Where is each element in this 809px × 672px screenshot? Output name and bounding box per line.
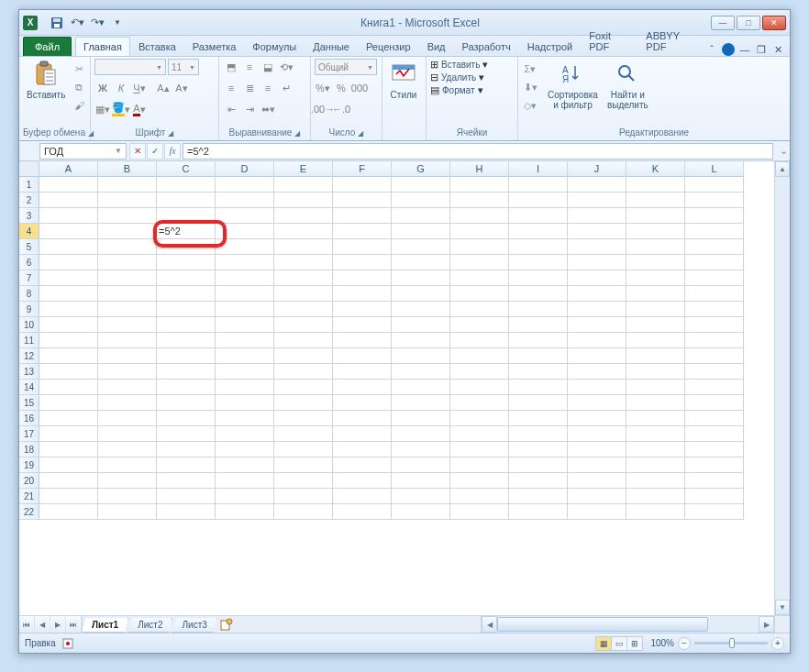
font-dialog-icon[interactable]: ◢ [168, 129, 173, 138]
cell[interactable] [392, 380, 450, 395]
workbook-restore-icon[interactable]: ❐ [755, 43, 768, 56]
zoom-out-button[interactable]: − [678, 637, 691, 650]
cell[interactable] [626, 473, 685, 489]
cell[interactable] [39, 193, 98, 208]
cell[interactable] [274, 473, 333, 489]
cell[interactable] [568, 286, 626, 302]
row-header[interactable]: 15 [19, 395, 39, 411]
cell[interactable] [509, 193, 568, 208]
cell[interactable] [333, 380, 392, 395]
row-header[interactable]: 14 [19, 380, 39, 395]
cell[interactable] [626, 286, 685, 302]
cell[interactable] [685, 442, 744, 457]
tab-home[interactable]: Главная [75, 37, 130, 56]
cell[interactable] [392, 364, 450, 380]
macro-record-icon[interactable] [61, 637, 74, 650]
cell[interactable] [392, 457, 450, 473]
cell[interactable] [450, 348, 509, 364]
paste-button[interactable]: Вставить [23, 59, 69, 102]
cell[interactable] [568, 457, 626, 473]
cell[interactable] [450, 177, 509, 193]
cell[interactable] [392, 239, 450, 255]
formula-input[interactable]: =5^2 [183, 143, 773, 160]
align-middle-button[interactable]: ≡ [241, 59, 258, 75]
cell[interactable] [274, 333, 333, 348]
orientation-button[interactable]: ⟲▾ [278, 59, 294, 75]
help-icon[interactable]: ? [722, 43, 735, 56]
tab-addins[interactable]: Надстрой [519, 37, 581, 56]
tab-formulas[interactable]: Формулы [244, 37, 305, 56]
tab-abbyy[interactable]: ABBYY PDF [637, 26, 705, 56]
cell[interactable] [626, 302, 685, 317]
number-format-combo[interactable]: Общий▼ [315, 59, 377, 75]
cell[interactable] [685, 457, 744, 473]
cell[interactable] [392, 177, 450, 193]
italic-button[interactable]: К [113, 80, 129, 96]
zoom-in-button[interactable]: + [771, 637, 784, 650]
zoom-value[interactable]: 100% [650, 638, 674, 648]
delete-cells-button[interactable]: ⊟Удалить ▾ [430, 72, 484, 83]
cell[interactable] [568, 177, 626, 193]
cell[interactable] [157, 395, 216, 411]
cell[interactable] [450, 270, 509, 286]
cell[interactable] [450, 239, 509, 255]
cell[interactable] [39, 380, 98, 395]
zoom-slider-knob[interactable] [729, 638, 735, 648]
tab-developer[interactable]: Разработч [454, 37, 519, 56]
maximize-button[interactable]: □ [737, 16, 760, 30]
cell[interactable] [568, 442, 626, 457]
cell[interactable] [685, 504, 744, 520]
autosum-button[interactable]: Σ▾ [522, 61, 538, 77]
cell[interactable] [392, 504, 450, 520]
cell[interactable] [39, 395, 98, 411]
borders-button[interactable]: ▦▾ [94, 101, 111, 117]
sheet-tab-3[interactable]: Лист3 [172, 618, 216, 633]
cell[interactable] [333, 426, 392, 442]
clear-button[interactable]: ◇▾ [522, 97, 538, 114]
percent-button[interactable]: % [333, 80, 349, 96]
cell[interactable] [98, 473, 157, 489]
cell[interactable] [333, 193, 392, 208]
cell[interactable] [274, 224, 333, 239]
column-header[interactable]: H [450, 161, 509, 177]
cell[interactable] [392, 473, 450, 489]
cell[interactable] [626, 442, 685, 457]
cell[interactable] [216, 193, 274, 208]
cell[interactable] [216, 426, 274, 442]
cell[interactable] [157, 317, 216, 333]
cell[interactable] [685, 317, 744, 333]
sheet-nav-prev[interactable]: ◀ [35, 616, 50, 633]
sheet-nav-first[interactable]: ⏮ [19, 616, 35, 633]
cell[interactable] [216, 177, 274, 193]
cell[interactable] [685, 348, 744, 364]
tab-data[interactable]: Данные [305, 37, 358, 56]
cell[interactable] [98, 286, 157, 302]
row-header[interactable]: 5 [19, 239, 39, 255]
cell[interactable] [157, 457, 216, 473]
cell[interactable] [157, 270, 216, 286]
cell[interactable] [274, 504, 333, 520]
cell[interactable] [333, 208, 392, 224]
cell[interactable] [39, 255, 98, 270]
row-header[interactable]: 1 [19, 177, 39, 193]
cell[interactable] [98, 270, 157, 286]
cell[interactable] [568, 317, 626, 333]
minimize-button[interactable]: — [711, 16, 735, 30]
cell[interactable] [216, 302, 274, 317]
sort-filter-button[interactable]: AЯ Сортировка и фильтр [544, 59, 602, 112]
row-header[interactable]: 3 [19, 208, 39, 224]
cell[interactable] [274, 395, 333, 411]
qat-redo-button[interactable]: ↷▾ [89, 15, 105, 31]
cell[interactable] [39, 177, 98, 193]
cell[interactable] [450, 317, 509, 333]
cell[interactable] [450, 489, 509, 504]
cell[interactable] [685, 426, 744, 442]
cell[interactable] [568, 426, 626, 442]
cell[interactable] [392, 489, 450, 504]
cell[interactable] [626, 504, 685, 520]
cell[interactable] [509, 224, 568, 239]
cell[interactable] [509, 504, 568, 520]
name-box[interactable]: ГОД ▼ [39, 143, 127, 160]
cell[interactable] [392, 224, 450, 239]
align-left-button[interactable]: ≡ [223, 80, 239, 96]
